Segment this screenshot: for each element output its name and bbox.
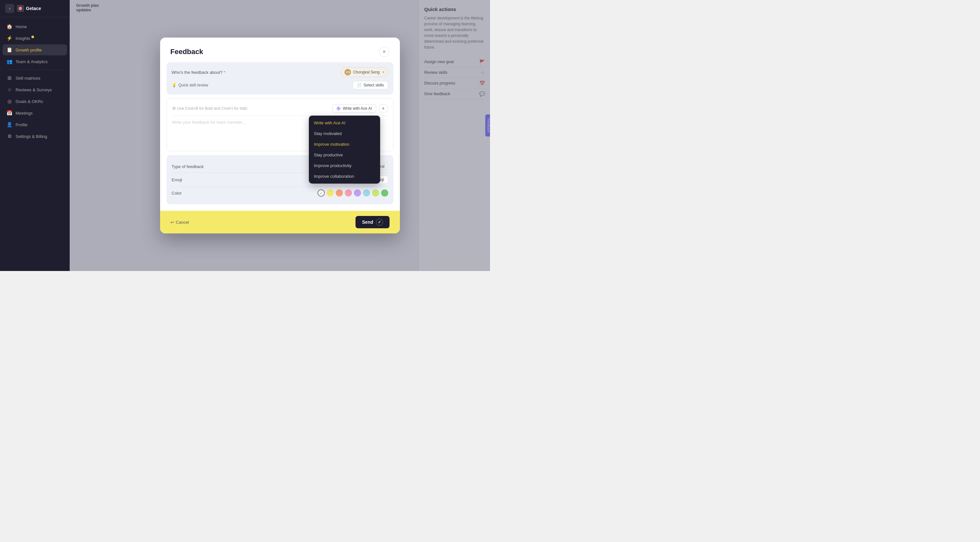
- editor-toolbar: ⌘ Use Cmd+B for Bold and Cmd+I for Itali…: [172, 104, 388, 116]
- goals-icon: ◎: [6, 98, 12, 104]
- sidebar-item-insights[interactable]: ⚡ Insights: [3, 33, 67, 44]
- home-icon: 🏠: [6, 24, 12, 30]
- sidebar-nav: 🏠 Home ⚡ Insights 📋 Growth profile 👥 Tea…: [0, 17, 70, 271]
- sidebar-item-label: Goals & OKRs: [16, 99, 43, 104]
- sidebar-item-label: Reviews & Surveys: [16, 87, 52, 92]
- skill-row: 💡 Quick skill review 📄 Select skills: [172, 81, 388, 89]
- dropdown-item-stay-productive[interactable]: Stay productive: [309, 150, 380, 160]
- required-mark: *: [224, 70, 225, 75]
- sidebar-item-growth-profile[interactable]: 📋 Growth profile: [3, 44, 67, 55]
- settings-icon: ⚙: [6, 133, 12, 139]
- sidebar-item-reviews-surveys[interactable]: ☆ Reviews & Surveys: [3, 84, 67, 95]
- feedback-modal: Feedback × Who's the feedback about? *: [160, 38, 400, 233]
- send-check-icon: ✓: [376, 219, 383, 226]
- dropdown-item-write-with-ace[interactable]: Write with Ace AI: [309, 117, 380, 128]
- divider: [8, 70, 62, 70]
- remove-recipient-button[interactable]: ×: [382, 70, 384, 74]
- recipient-name: Chongkal Seng: [353, 70, 380, 74]
- app-name: Getace: [26, 6, 41, 11]
- logo-icon: 🎯: [17, 5, 24, 12]
- modal-close-button[interactable]: ×: [379, 47, 390, 57]
- color-light-green[interactable]: [372, 189, 379, 197]
- modal-body: Who's the feedback about? * CS Chongkal …: [160, 62, 400, 211]
- sidebar-item-profile[interactable]: 👤 Profile: [3, 119, 67, 130]
- modal-title: Feedback: [170, 48, 204, 56]
- reviews-icon: ☆: [6, 87, 12, 93]
- ace-ai-dropdown: Write with Ace AI Stay motivated Improve…: [309, 116, 380, 184]
- cmd-icon: ⌘: [172, 106, 176, 111]
- add-content-button[interactable]: +: [379, 104, 388, 113]
- bulb-icon: 💡: [172, 83, 177, 87]
- sidebar-item-label: Growth profile: [16, 48, 42, 52]
- back-button[interactable]: ‹: [5, 4, 14, 13]
- dropdown-item-stay-motivated[interactable]: Stay motivated: [309, 128, 380, 139]
- skill-matrices-icon: ⊞: [6, 75, 12, 81]
- sidebar-item-goals-okrs[interactable]: ◎ Goals & OKRs: [3, 96, 67, 107]
- meetings-icon: 📅: [6, 110, 12, 116]
- sidebar-item-meetings[interactable]: 📅 Meetings: [3, 108, 67, 119]
- dropdown-item-improve-productivity[interactable]: Improve productivity: [309, 160, 380, 171]
- sidebar-item-label: Home: [16, 24, 27, 29]
- recipient-row: Who's the feedback about? * CS Chongkal …: [172, 67, 388, 77]
- recipient-label: Who's the feedback about? *: [172, 70, 226, 75]
- recipient-tag[interactable]: CS Chongkal Seng ×: [341, 67, 388, 77]
- cancel-button[interactable]: ↩ Cancel: [170, 220, 189, 225]
- sidebar-item-home[interactable]: 🏠 Home: [3, 21, 67, 32]
- color-orange[interactable]: [336, 189, 343, 197]
- sidebar-item-label: Settings & Billing: [16, 134, 47, 139]
- color-white[interactable]: ✓: [318, 189, 325, 197]
- skills-icon: 📄: [357, 83, 362, 87]
- ace-ai-button[interactable]: Write with Ace AI: [332, 104, 376, 113]
- modal-footer: ↩ Cancel Send ✓: [160, 211, 400, 233]
- sidebar-item-settings[interactable]: ⚙ Settings & Billing: [3, 131, 67, 142]
- editor-hint: ⌘ Use Cmd+B for Bold and Cmd+I for Itali…: [172, 106, 248, 111]
- editor-card: ⌘ Use Cmd+B for Bold and Cmd+I for Itali…: [167, 98, 393, 151]
- sidebar-item-label: Insights: [16, 36, 30, 41]
- quick-skill-button[interactable]: 💡 Quick skill review: [172, 83, 208, 87]
- emoji-label: Emoji: [172, 177, 183, 182]
- profile-icon: 👤: [6, 122, 12, 128]
- quick-skill-label: Quick skill review: [178, 83, 208, 87]
- send-button[interactable]: Send ✓: [355, 216, 389, 228]
- sidebar-header: ‹ 🎯 Getace: [0, 0, 70, 17]
- sidebar-item-label: Team & Analytics: [16, 59, 48, 64]
- color-teal[interactable]: [363, 189, 370, 197]
- modal-header: Feedback ×: [160, 38, 400, 62]
- main-content: Growth plan updates Feedback × W: [70, 0, 490, 271]
- avatar: CS: [345, 69, 351, 75]
- diamond-icon: [336, 106, 341, 111]
- lightning-icon: ⚡: [6, 35, 12, 41]
- recipient-card: Who's the feedback about? * CS Chongkal …: [167, 62, 393, 95]
- team-icon: 👥: [6, 59, 12, 65]
- editor-actions: Write with Ace AI +: [332, 104, 388, 113]
- dropdown-item-improve-motivation[interactable]: Improve motivation: [309, 139, 380, 150]
- dropdown-item-improve-collaboration[interactable]: Improve collaboration: [309, 171, 380, 182]
- sidebar-item-label: Skill matrices: [16, 76, 40, 81]
- type-label: Type of feedback: [172, 164, 204, 169]
- main-wrapper: Growth plan updates Feedback × W: [70, 0, 490, 271]
- color-picker: ✓: [318, 189, 388, 197]
- notification-badge: [32, 36, 34, 38]
- growth-profile-icon: 📋: [6, 47, 12, 53]
- color-pink[interactable]: [345, 189, 352, 197]
- sidebar-item-skill-matrices[interactable]: ⊞ Skill matrices: [3, 73, 67, 84]
- color-label: Color: [172, 191, 182, 196]
- cancel-icon: ↩: [170, 220, 174, 225]
- sidebar-item-label: Meetings: [16, 111, 33, 116]
- sidebar: ‹ 🎯 Getace 🏠 Home ⚡ Insights 📋 Growth pr…: [0, 0, 70, 271]
- select-skills-button[interactable]: 📄 Select skills: [353, 81, 388, 89]
- color-yellow[interactable]: [327, 189, 334, 197]
- app-logo: 🎯 Getace: [17, 5, 41, 12]
- modal-overlay: Feedback × Who's the feedback about? *: [70, 0, 490, 271]
- sidebar-item-label: Profile: [16, 122, 27, 127]
- color-green[interactable]: [381, 189, 388, 197]
- color-row: Color ✓: [172, 187, 388, 199]
- color-purple[interactable]: [354, 189, 361, 197]
- sidebar-item-team-analytics[interactable]: 👥 Team & Analytics: [3, 56, 67, 67]
